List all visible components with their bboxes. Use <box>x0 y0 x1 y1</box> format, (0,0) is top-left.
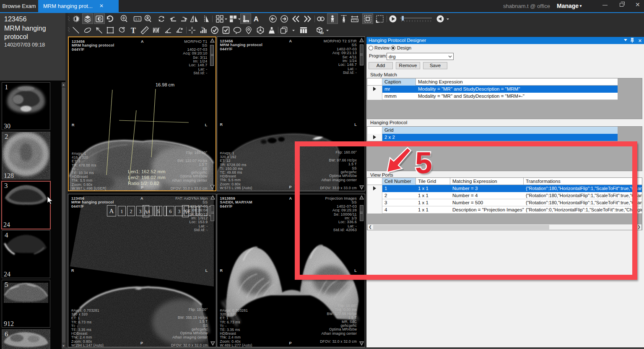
svg-text:1:1: 1:1 <box>135 17 140 21</box>
svg-text:T: T <box>131 26 136 34</box>
svg-text:3D: 3D <box>320 31 324 34</box>
svg-text:!: ! <box>159 27 160 29</box>
svg-text:%: % <box>201 26 204 29</box>
svg-text:A: A <box>254 15 259 23</box>
